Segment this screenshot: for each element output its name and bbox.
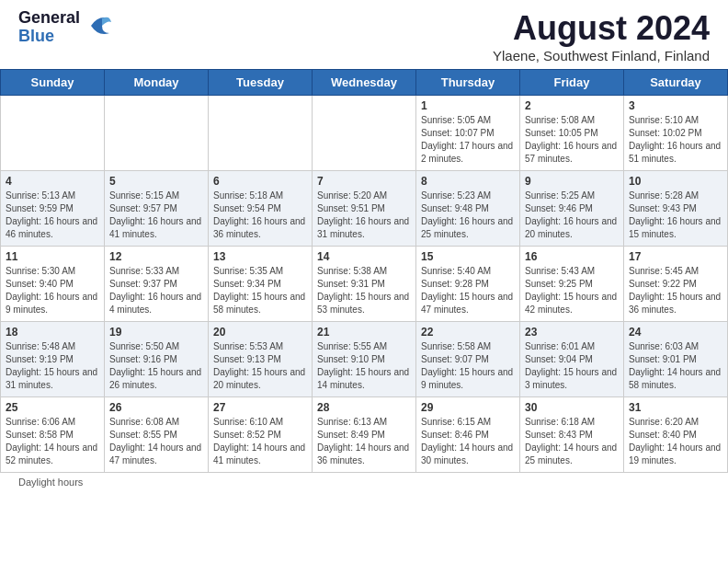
date-number: 3 [629,99,722,112]
table-row: 4Sunrise: 5:13 AM Sunset: 9:59 PM Daylig… [1,171,728,247]
table-row: 11Sunrise: 5:30 AM Sunset: 9:40 PM Dayli… [1,247,728,322]
cell-info: Sunrise: 5:23 AM Sunset: 9:48 PM Dayligh… [421,190,515,241]
cell-info: Sunrise: 6:01 AM Sunset: 9:04 PM Dayligh… [525,340,619,392]
calendar-cell: 22Sunrise: 5:58 AM Sunset: 9:07 PM Dayli… [416,322,520,397]
cell-info: Sunrise: 5:55 AM Sunset: 9:10 PM Dayligh… [317,340,411,392]
calendar-cell [313,96,416,171]
calendar-cell: 4Sunrise: 5:13 AM Sunset: 9:59 PM Daylig… [1,171,105,247]
cell-info: Sunrise: 5:50 AM Sunset: 9:16 PM Dayligh… [109,340,203,392]
logo-general: General [18,9,80,28]
date-number: 22 [421,326,515,339]
calendar-cell: 7Sunrise: 5:20 AM Sunset: 9:51 PM Daylig… [313,171,416,247]
date-number: 30 [525,401,619,414]
table-row: 1Sunrise: 5:05 AM Sunset: 10:07 PM Dayli… [1,96,728,171]
calendar-cell: 30Sunrise: 6:18 AM Sunset: 8:43 PM Dayli… [520,397,624,473]
calendar-cell: 27Sunrise: 6:10 AM Sunset: 8:52 PM Dayli… [209,397,313,473]
table-row: 25Sunrise: 6:06 AM Sunset: 8:58 PM Dayli… [1,397,728,473]
date-number: 7 [317,175,411,188]
calendar-cell: 17Sunrise: 5:45 AM Sunset: 9:22 PM Dayli… [624,247,728,322]
calendar-cell: 24Sunrise: 6:03 AM Sunset: 9:01 PM Dayli… [624,322,728,397]
calendar-cell: 28Sunrise: 6:13 AM Sunset: 8:49 PM Dayli… [313,397,416,473]
logo-blue: Blue [18,28,80,46]
page-header: General Blue August 2024 Ylaene, Southwe… [0,0,728,69]
logo-icon [84,11,113,44]
date-number: 14 [317,250,411,263]
date-number: 11 [6,250,99,263]
calendar-cell: 3Sunrise: 5:10 AM Sunset: 10:02 PM Dayli… [624,96,728,171]
date-number: 18 [6,326,99,339]
calendar-cell: 13Sunrise: 5:35 AM Sunset: 9:34 PM Dayli… [209,247,313,322]
date-number: 23 [525,326,619,339]
cell-info: Sunrise: 6:15 AM Sunset: 8:46 PM Dayligh… [421,416,515,467]
cell-info: Sunrise: 5:15 AM Sunset: 9:57 PM Dayligh… [109,190,203,241]
cell-info: Sunrise: 5:53 AM Sunset: 9:13 PM Dayligh… [213,340,307,392]
calendar-cell: 18Sunrise: 5:48 AM Sunset: 9:19 PM Dayli… [1,322,105,397]
date-number: 26 [109,401,203,414]
calendar-cell: 9Sunrise: 5:25 AM Sunset: 9:46 PM Daylig… [520,171,624,247]
date-number: 9 [525,175,619,188]
cell-info: Sunrise: 6:06 AM Sunset: 8:58 PM Dayligh… [6,416,99,467]
header-tuesday: Tuesday [209,70,313,96]
date-number: 31 [629,401,722,414]
calendar-table: Sunday Monday Tuesday Wednesday Thursday… [0,69,728,473]
calendar-cell: 25Sunrise: 6:06 AM Sunset: 8:58 PM Dayli… [1,397,105,473]
calendar-cell: 20Sunrise: 5:53 AM Sunset: 9:13 PM Dayli… [209,322,313,397]
title-block: August 2024 Ylaene, Southwest Finland, F… [493,9,710,63]
calendar-cell: 19Sunrise: 5:50 AM Sunset: 9:16 PM Dayli… [105,322,209,397]
date-number: 1 [421,99,515,112]
cell-info: Sunrise: 5:33 AM Sunset: 9:37 PM Dayligh… [109,265,203,316]
cell-info: Sunrise: 6:13 AM Sunset: 8:49 PM Dayligh… [317,416,411,467]
daylight-label: Daylight hours [18,477,83,488]
calendar-cell [209,96,313,171]
header-friday: Friday [520,70,624,96]
date-number: 4 [6,175,99,188]
calendar-cell: 16Sunrise: 5:43 AM Sunset: 9:25 PM Dayli… [520,247,624,322]
cell-info: Sunrise: 6:03 AM Sunset: 9:01 PM Dayligh… [629,340,722,392]
calendar-cell: 21Sunrise: 5:55 AM Sunset: 9:10 PM Dayli… [313,322,416,397]
cell-info: Sunrise: 5:30 AM Sunset: 9:40 PM Dayligh… [6,265,99,316]
date-number: 29 [421,401,515,414]
calendar-cell: 8Sunrise: 5:23 AM Sunset: 9:48 PM Daylig… [416,171,520,247]
calendar-cell: 2Sunrise: 5:08 AM Sunset: 10:05 PM Dayli… [520,96,624,171]
calendar-cell: 5Sunrise: 5:15 AM Sunset: 9:57 PM Daylig… [105,171,209,247]
header-sunday: Sunday [1,70,105,96]
date-number: 10 [629,175,722,188]
cell-info: Sunrise: 5:28 AM Sunset: 9:43 PM Dayligh… [629,190,722,241]
calendar-cell: 10Sunrise: 5:28 AM Sunset: 9:43 PM Dayli… [624,171,728,247]
date-number: 20 [213,326,307,339]
date-number: 16 [525,250,619,263]
calendar-cell: 29Sunrise: 6:15 AM Sunset: 8:46 PM Dayli… [416,397,520,473]
date-number: 27 [213,401,307,414]
calendar-cell: 12Sunrise: 5:33 AM Sunset: 9:37 PM Dayli… [105,247,209,322]
date-number: 19 [109,326,203,339]
date-number: 24 [629,326,722,339]
cell-info: Sunrise: 5:13 AM Sunset: 9:59 PM Dayligh… [6,190,99,241]
calendar-cell [105,96,209,171]
calendar-cell: 14Sunrise: 5:38 AM Sunset: 9:31 PM Dayli… [313,247,416,322]
date-number: 28 [317,401,411,414]
calendar-cell: 26Sunrise: 6:08 AM Sunset: 8:55 PM Dayli… [105,397,209,473]
calendar-cell: 31Sunrise: 6:20 AM Sunset: 8:40 PM Dayli… [624,397,728,473]
cell-info: Sunrise: 5:38 AM Sunset: 9:31 PM Dayligh… [317,265,411,316]
date-number: 13 [213,250,307,263]
table-row: 18Sunrise: 5:48 AM Sunset: 9:19 PM Dayli… [1,322,728,397]
date-number: 25 [6,401,99,414]
cell-info: Sunrise: 5:58 AM Sunset: 9:07 PM Dayligh… [421,340,515,392]
header-wednesday: Wednesday [313,70,416,96]
cell-info: Sunrise: 5:18 AM Sunset: 9:54 PM Dayligh… [213,190,307,241]
date-number: 12 [109,250,203,263]
date-number: 17 [629,250,722,263]
date-number: 15 [421,250,515,263]
date-number: 2 [525,99,619,112]
cell-info: Sunrise: 5:10 AM Sunset: 10:02 PM Daylig… [629,114,722,166]
calendar-cell: 15Sunrise: 5:40 AM Sunset: 9:28 PM Dayli… [416,247,520,322]
cell-info: Sunrise: 5:45 AM Sunset: 9:22 PM Dayligh… [629,265,722,316]
main-title: August 2024 [493,9,710,48]
calendar-cell: 6Sunrise: 5:18 AM Sunset: 9:54 PM Daylig… [209,171,313,247]
cell-info: Sunrise: 5:40 AM Sunset: 9:28 PM Dayligh… [421,265,515,316]
footer: Daylight hours [0,473,728,491]
cell-info: Sunrise: 5:05 AM Sunset: 10:07 PM Daylig… [421,114,515,166]
date-number: 21 [317,326,411,339]
cell-info: Sunrise: 5:08 AM Sunset: 10:05 PM Daylig… [525,114,619,166]
cell-info: Sunrise: 5:35 AM Sunset: 9:34 PM Dayligh… [213,265,307,316]
